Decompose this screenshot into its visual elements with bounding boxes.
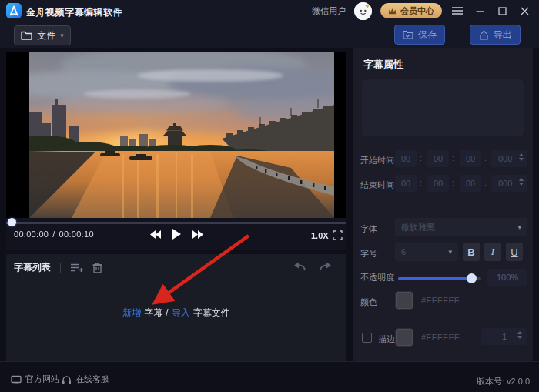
stroke-width-increment-icon[interactable] xyxy=(517,331,522,334)
time-colon: : xyxy=(452,153,454,162)
video-frame xyxy=(29,52,334,218)
time-dot: . xyxy=(484,178,487,187)
time-colon: : xyxy=(420,178,422,187)
topbar: 金舟视频字幕编辑软件 微信用户 会员中心 xyxy=(0,0,539,48)
save-button[interactable]: 保存 xyxy=(394,25,445,45)
crown-icon xyxy=(388,8,397,15)
start-time-label: 开始时间 xyxy=(360,155,394,166)
time-dot: . xyxy=(484,153,487,162)
time-colon: : xyxy=(452,178,454,187)
app-window: 金舟视频字幕编辑软件 微信用户 会员中心 xyxy=(0,0,539,392)
font-value: 微软雅黑 xyxy=(401,222,435,233)
font-size-select[interactable]: 6 ▾ xyxy=(395,243,458,261)
transport-bar: 00:00:00 / 00:00:10 1.0X xyxy=(6,218,346,250)
start-seconds-field[interactable]: 00 xyxy=(460,150,481,167)
add-subtitle-link[interactable]: 新增 xyxy=(122,307,141,318)
avatar[interactable] xyxy=(354,2,372,20)
bold-button[interactable]: B xyxy=(463,243,480,261)
color-swatch[interactable] xyxy=(395,291,413,310)
time-colon: : xyxy=(420,153,422,162)
minimize-button[interactable] xyxy=(473,4,487,18)
chevron-down-icon: ▾ xyxy=(448,249,452,256)
end-seconds-field[interactable]: 00 xyxy=(460,175,481,192)
start-hours-field[interactable]: 00 xyxy=(395,150,417,167)
redo-icon[interactable] xyxy=(319,262,333,272)
section-divider xyxy=(353,320,533,320)
font-label: 字体 xyxy=(360,223,377,235)
export-icon xyxy=(479,30,489,40)
statusbar: 官方网站 在线客服 版本号: v2.0.0 xyxy=(0,362,539,392)
close-button[interactable] xyxy=(517,4,531,18)
version-label: 版本号: v2.0.0 xyxy=(477,376,530,387)
end-ms-decrement-icon[interactable] xyxy=(519,183,524,186)
end-time-label: 结束时间 xyxy=(360,179,394,191)
monitor-icon xyxy=(11,375,22,384)
speed-button[interactable]: 1.0X xyxy=(311,231,329,240)
italic-button[interactable]: I xyxy=(484,243,501,261)
end-ms-increment-icon[interactable] xyxy=(519,178,524,181)
headset-icon xyxy=(62,375,72,384)
end-hours-field[interactable]: 00 xyxy=(395,175,417,192)
subtitle-text-input[interactable] xyxy=(362,79,524,136)
app-title: 金舟视频字幕编辑软件 xyxy=(26,6,122,19)
progress-track[interactable] xyxy=(6,222,346,224)
progress-handle[interactable] xyxy=(8,218,16,226)
chevron-down-icon: ▾ xyxy=(60,32,64,39)
official-website-label: 官方网站 xyxy=(25,374,59,385)
underline-button[interactable]: U xyxy=(506,243,523,261)
font-select[interactable]: 微软雅黑 ▾ xyxy=(395,218,527,236)
trash-icon[interactable] xyxy=(92,262,102,273)
maximize-button[interactable] xyxy=(495,4,509,18)
stroke-width-decrement-icon[interactable] xyxy=(517,336,522,339)
online-support-link[interactable]: 在线客服 xyxy=(62,374,109,385)
import-subtitle-link[interactable]: 导入 xyxy=(172,307,190,318)
export-button-label: 导出 xyxy=(494,28,512,42)
empty-hint: 新增字幕/导入字幕文件 xyxy=(6,307,346,320)
hint-slash: / xyxy=(166,307,168,318)
video-player[interactable] xyxy=(6,52,346,218)
undo-icon[interactable] xyxy=(293,262,306,272)
opacity-slider-handle[interactable] xyxy=(467,273,477,283)
file-button-label: 文件 xyxy=(37,29,55,42)
stroke-label: 描边 xyxy=(378,333,395,345)
rewind-button[interactable] xyxy=(150,230,161,239)
stroke-color-swatch[interactable] xyxy=(395,328,413,347)
app-logo-icon xyxy=(6,3,22,18)
color-label: 颜色 xyxy=(360,297,377,308)
fast-forward-button[interactable] xyxy=(192,230,203,239)
start-ms-decrement-icon[interactable] xyxy=(519,158,524,161)
opacity-value-field[interactable]: 100% xyxy=(487,269,527,286)
subtitle-list-title: 字幕列表 xyxy=(14,261,51,274)
opacity-label: 不透明度 xyxy=(360,272,394,283)
chevron-down-icon: ▾ xyxy=(517,224,521,231)
file-button[interactable]: 文件 ▾ xyxy=(14,25,71,45)
font-size-value: 6 xyxy=(401,247,406,256)
export-button[interactable]: 导出 xyxy=(470,25,521,45)
stroke-checkbox[interactable] xyxy=(362,333,372,343)
font-size-label: 字号 xyxy=(360,248,377,260)
add-suffix: 字幕 xyxy=(144,307,162,318)
official-website-link[interactable]: 官方网站 xyxy=(11,374,59,385)
play-button[interactable] xyxy=(172,229,181,240)
start-minutes-field[interactable]: 00 xyxy=(427,150,449,167)
online-support-label: 在线客服 xyxy=(75,374,109,385)
member-center-button[interactable]: 会员中心 xyxy=(380,3,442,18)
properties-title: 字幕属性 xyxy=(363,58,403,72)
import-suffix: 字幕文件 xyxy=(193,307,230,318)
user-label: 微信用户 xyxy=(312,5,346,17)
menu-button[interactable] xyxy=(450,4,464,18)
end-minutes-field[interactable]: 00 xyxy=(427,175,449,192)
divider xyxy=(60,263,61,273)
fullscreen-button[interactable] xyxy=(333,230,343,240)
opacity-slider-fill xyxy=(398,277,472,280)
start-ms-increment-icon[interactable] xyxy=(519,153,524,156)
add-subtitle-row-icon[interactable] xyxy=(70,263,83,273)
save-icon xyxy=(403,30,413,39)
subtitle-properties-panel: 字幕属性 开始时间 00 : 00 : 00 . 000 结束时间 00 : 0… xyxy=(353,48,533,361)
save-button-label: 保存 xyxy=(418,28,437,42)
member-center-label: 会员中心 xyxy=(400,5,434,17)
folder-icon xyxy=(21,31,32,40)
stroke-hex-field[interactable]: #FFFFFF xyxy=(421,333,460,342)
subtitle-list-panel: 字幕列表 新增字幕/导入字幕文件 xyxy=(6,254,346,362)
color-hex-field[interactable]: #FFFFFF xyxy=(421,296,460,305)
